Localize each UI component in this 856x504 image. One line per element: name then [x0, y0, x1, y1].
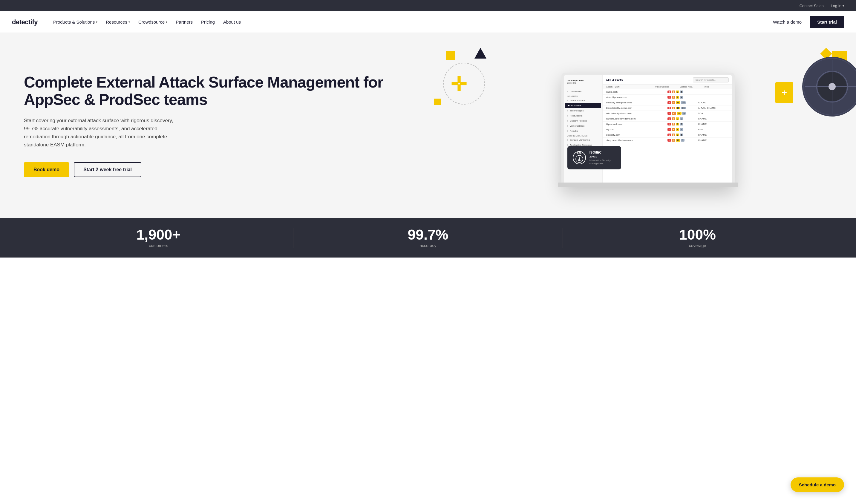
bsi-logo: bsi. [573, 151, 586, 164]
col-vuln: Vulnerabilities [655, 86, 680, 88]
table-cell-domain: detectify-demo.com [606, 96, 667, 98]
resources-chevron-icon: ▾ [128, 20, 130, 23]
table-row[interactable]: blog.detectify-demo.com211616A, AAA, CNA… [603, 106, 732, 111]
table-cell-badges: 1327 [667, 123, 698, 125]
table-row[interactable]: detectify.com1335CNAME [603, 132, 732, 138]
table-row[interactable]: detectify-enterprise.com211618A, AAA [603, 100, 732, 106]
nav-item-pricing[interactable]: Pricing [197, 17, 218, 27]
start-trial-cta-button[interactable]: Start 2-week free trial [74, 162, 141, 177]
table-cell-type: CNAME [698, 118, 729, 120]
nav-links: Products & Solutions ▾ Resources ▾ Crowd… [50, 17, 769, 27]
table-body: castle.tech3335detectify-demo.com1044det… [603, 89, 732, 143]
products-chevron-icon: ▾ [96, 20, 97, 23]
laptop-base [558, 182, 738, 187]
svg-marker-7 [578, 157, 581, 161]
topbar: Contact Sales Log in ▾ [0, 0, 856, 11]
navbar: detectify Products & Solutions ▾ Resourc… [0, 11, 856, 33]
hero-title: Complete External Attack Surface Managem… [24, 74, 410, 108]
login-chevron-icon: ▾ [842, 4, 844, 7]
sidebar-section-insights: INSIGHTS [564, 94, 602, 98]
table-row[interactable]: detectify-demo.com1044 [603, 95, 732, 100]
table-cell-domain: detectify-enterprise.com [606, 101, 667, 104]
dashboard-table: Asset / FQDN Vulnerabilities Surface Are… [603, 85, 732, 182]
contact-sales-link[interactable]: Contact Sales [800, 4, 824, 8]
dashboard-search[interactable]: Search for assets... [693, 77, 729, 83]
bsi-text: ISO/IEC 27001 Information Security Manag… [589, 150, 616, 165]
stat-coverage-label: coverage [689, 243, 706, 248]
hero-section: Complete External Attack Surface Managem… [0, 33, 856, 218]
deco-square-4 [434, 98, 441, 105]
col-type: Type [704, 86, 729, 88]
table-cell-badges: 211616 [667, 107, 698, 109]
table-cell-type: A, AAA, CNAME [698, 107, 729, 109]
deco-square-1 [446, 51, 455, 60]
table-row[interactable]: tify.com1331AAA [603, 127, 732, 132]
sidebar-item-vulnerabilities[interactable]: Vulnerabilities [564, 123, 602, 128]
table-cell-domain: castle.tech [606, 91, 667, 93]
stat-accuracy-label: accuracy [420, 243, 436, 248]
stat-coverage-number: 100% [679, 228, 716, 242]
nav-item-partners[interactable]: Partners [172, 17, 196, 27]
nav-item-resources[interactable]: Resources ▾ [102, 17, 133, 27]
sidebar-item-custom-policies[interactable]: Custom Policies [564, 118, 602, 123]
table-cell-badges: 190205 [667, 112, 698, 115]
table-cell-type: AAA [698, 128, 729, 131]
stat-accuracy-number: 99.7% [408, 228, 448, 242]
crowdsource-chevron-icon: ▾ [166, 20, 167, 23]
stat-customers-number: 1,900+ [136, 228, 180, 242]
table-cell-type: SOA [698, 112, 729, 115]
table-cell-badges: 1335 [667, 133, 698, 136]
laptop-mockup: Detectify Demo Demo Inc Dashboard INSIGH… [561, 73, 735, 187]
hero-buttons: Book demo Start 2-week free trial [24, 162, 410, 177]
nav-item-crowdsource[interactable]: Crowdsource ▾ [135, 17, 171, 27]
stat-accuracy: 99.7% accuracy [293, 228, 563, 248]
stats-bar: 1,900+ customers 99.7% accuracy 100% cov… [0, 218, 856, 257]
table-row[interactable]: tify-demo2.com1327CNAME [603, 122, 732, 127]
deco-dark-circle [802, 57, 856, 116]
dashboard-main: /All Assets Search for assets... Asset /… [603, 75, 732, 182]
sidebar-item-root-assets[interactable]: Root Assets [564, 113, 602, 118]
table-cell-type: CNAME [698, 133, 729, 136]
table-row[interactable]: castle.tech3335 [603, 89, 732, 95]
sidebar-item-surface-monitoring[interactable]: Surface Monitoring [564, 138, 602, 143]
watch-demo-button[interactable]: Watch a demo [769, 17, 805, 27]
table-cell-domain: blog.detectify-demo.com [606, 107, 667, 109]
table-row[interactable]: careers.detectify-demo.com1307CNAME [603, 116, 732, 122]
hero-left: Complete External Attack Surface Managem… [0, 33, 428, 218]
login-button[interactable]: Log in ▾ [831, 4, 844, 8]
table-cell-badges: 11101 [667, 139, 698, 142]
book-demo-button[interactable]: Book demo [24, 162, 69, 177]
start-trial-button[interactable]: Start trial [810, 16, 844, 28]
table-row[interactable]: shop.detectify-demo.com11101CNAME [603, 138, 732, 143]
table-cell-badges: 1044 [667, 96, 698, 98]
logo[interactable]: detectify [12, 18, 38, 26]
nav-item-about[interactable]: About us [219, 17, 244, 27]
sidebar-item-attack-surface[interactable]: Attack Surface [564, 98, 602, 103]
table-cell-type: A, AAA [698, 101, 729, 104]
sidebar-item-dashboard[interactable]: Dashboard [564, 89, 602, 94]
table-cell-badges: 1331 [667, 128, 698, 131]
nav-item-products-solutions[interactable]: Products & Solutions ▾ [50, 17, 101, 27]
table-cell-type: CNAME [698, 123, 729, 125]
stat-customers: 1,900+ customers [24, 228, 293, 248]
bsi-certification-badge: bsi. ISO/IEC 27001 Information Security … [567, 146, 621, 169]
table-cell-domain: careers.detectify-demo.com [606, 118, 667, 120]
stat-coverage: 100% coverage [563, 228, 832, 248]
table-row[interactable]: cdn.detectify-demo.com190205SOA [603, 111, 732, 116]
table-cell-type: CNAME [698, 139, 729, 142]
col-asset: Asset / FQDN [606, 86, 655, 88]
sidebar-item-results[interactable]: Results [564, 128, 602, 133]
sidebar-item-all-assets[interactable]: All Assets [565, 103, 601, 108]
svg-marker-0 [475, 48, 486, 58]
sidebar-item-technologies[interactable]: Technologies [564, 108, 602, 113]
dashboard-page-title: /All Assets [606, 78, 623, 82]
deco-add-icon [775, 82, 793, 103]
table-header: Asset / FQDN Vulnerabilities Surface Are… [603, 85, 732, 89]
table-cell-badges: 1307 [667, 118, 698, 120]
stat-customers-label: customers [149, 243, 168, 248]
dashboard-header: /All Assets Search for assets... [603, 75, 732, 85]
col-surface: Surface Area [680, 86, 704, 88]
table-cell-domain: shop.detectify-demo.com [606, 139, 667, 142]
sidebar-section-configurations: CONFIGURATIONS [564, 133, 602, 138]
table-cell-domain: tify.com [606, 128, 667, 131]
